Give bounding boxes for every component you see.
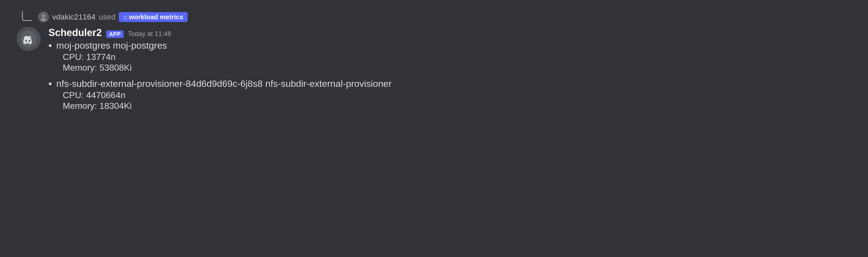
workload-details: CPU: 13774n Memory: 53808Ki: [49, 52, 851, 73]
workload-cpu: CPU: 13774n: [63, 52, 851, 62]
svg-point-1: [41, 18, 46, 21]
svg-point-0: [42, 14, 45, 18]
workload-name: nfs-subdir-external-provisioner-84d6d9d6…: [56, 78, 392, 89]
workload-title-line: • moj-postgres moj-postgres: [49, 40, 851, 51]
workload-memory: Memory: 53808Ki: [63, 63, 851, 73]
connector-wrap: [22, 11, 35, 23]
workload-title-line: • nfs-subdir-external-provisioner-84d6d9…: [49, 78, 851, 89]
message-timestamp: Today at 11:48: [128, 30, 171, 38]
workload-details: CPU: 4470664n Memory: 18304Ki: [49, 90, 851, 111]
curved-connector: [22, 11, 32, 21]
app-badge: APP: [106, 31, 124, 38]
user-small-avatar-icon: [40, 13, 47, 21]
workload-memory: Memory: 18304Ki: [63, 101, 851, 111]
message-content: Scheduler2 APP Today at 11:48 • moj-post…: [49, 27, 851, 111]
workload-item: • moj-postgres moj-postgres CPU: 13774n …: [49, 40, 851, 73]
slash-command-name: workload metrics: [129, 13, 183, 21]
bot-name: Scheduler2: [49, 27, 102, 38]
workload-name: moj-postgres moj-postgres: [56, 40, 167, 51]
slash-username: vdakic21164: [52, 13, 95, 22]
user-avatar-small: [38, 11, 49, 23]
slash-command-line: vdakic21164 used :: workload metrics: [17, 11, 851, 23]
message-body: • moj-postgres moj-postgres CPU: 13774n …: [49, 40, 851, 111]
message-row: Scheduler2 APP Today at 11:48 • moj-post…: [17, 27, 851, 111]
bullet-icon: •: [49, 41, 52, 51]
slash-used-text: used: [99, 13, 116, 22]
workload-item: • nfs-subdir-external-provisioner-84d6d9…: [49, 78, 851, 111]
discord-avatar-icon: [20, 31, 37, 47]
message-header: Scheduler2 APP Today at 11:48: [49, 27, 851, 38]
bot-avatar: [17, 27, 41, 51]
bullet-icon: •: [49, 79, 52, 89]
workload-cpu: CPU: 4470664n: [63, 90, 851, 100]
grid-icon: ::: [123, 13, 127, 21]
message-group: vdakic21164 used :: workload metrics Sch…: [17, 11, 851, 111]
slash-command-badge[interactable]: :: workload metrics: [119, 12, 188, 22]
